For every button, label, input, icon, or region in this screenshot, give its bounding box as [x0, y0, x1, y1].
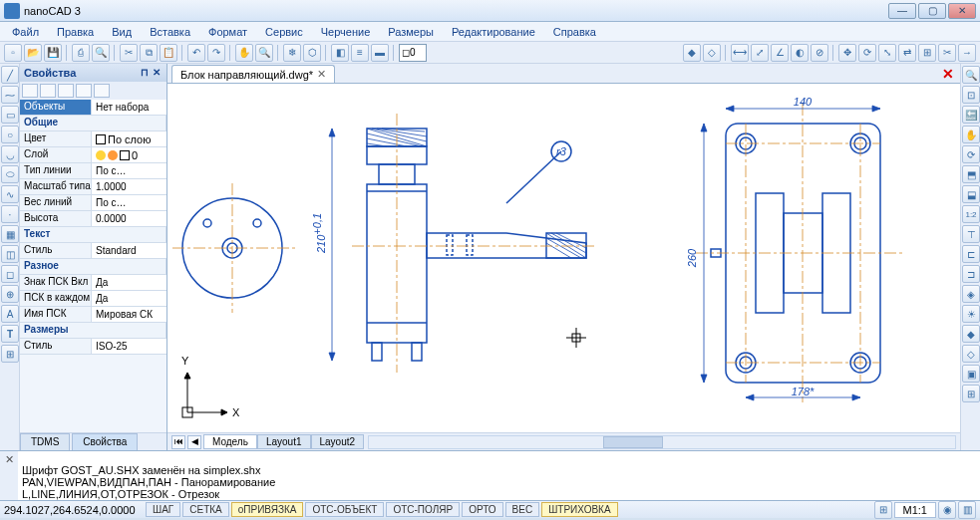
status-osnap[interactable]: оПРИВЯЗКА [231, 502, 304, 517]
print-icon[interactable]: ⎙ [72, 44, 90, 62]
prop-linetype[interactable]: Тип линииПо с… [20, 163, 166, 179]
layer-props-icon[interactable]: ❄ [283, 44, 301, 62]
prop-height[interactable]: Высота0.0000 [20, 211, 166, 227]
document-tab[interactable]: Блок направляющий.dwg* ✕ [171, 65, 335, 83]
prop-lweight[interactable]: Вес линийПо с… [20, 195, 166, 211]
menu-dims[interactable]: Размеры [382, 24, 440, 40]
move-icon[interactable]: ✥ [838, 44, 856, 62]
props-btn-4[interactable] [76, 84, 92, 98]
view-front-icon[interactable]: ⊏ [962, 245, 980, 263]
props-btn-3[interactable] [58, 84, 74, 98]
menu-insert[interactable]: Вставка [144, 24, 196, 40]
spline-icon[interactable]: ∿ [1, 185, 19, 203]
menu-modify[interactable]: Редактирование [446, 24, 541, 40]
table-icon[interactable]: ⊞ [1, 345, 19, 363]
prop-ucseach[interactable]: ПСК в каждом …Да [20, 291, 166, 307]
group-general[interactable]: Общие [20, 116, 166, 131]
trim-icon[interactable]: ✂ [938, 44, 956, 62]
dim-linear-icon[interactable]: ⟷ [731, 44, 749, 62]
pin-icon[interactable]: ⊓ [139, 67, 151, 79]
pan-icon[interactable]: ✋ [235, 44, 253, 62]
cut-icon[interactable]: ✂ [120, 44, 138, 62]
layout-tab-model[interactable]: Модель [203, 434, 257, 449]
group-dims[interactable]: Размеры [20, 323, 166, 339]
paste-icon[interactable]: 📋 [160, 44, 177, 62]
props-btn-2[interactable] [40, 84, 56, 98]
layer-state-icon[interactable]: ⬡ [303, 44, 321, 62]
prop-dimstyle[interactable]: СтильISO-25 [20, 339, 166, 355]
prop-textstyle[interactable]: СтильStandard [20, 243, 166, 259]
circle-icon[interactable]: ○ [1, 126, 19, 143]
point-icon[interactable]: · [1, 205, 19, 223]
extend-icon[interactable]: → [958, 44, 976, 62]
pan-tool-icon[interactable]: ✋ [962, 126, 980, 143]
copy-icon[interactable]: ⧉ [140, 44, 158, 62]
scroll-thumb[interactable] [603, 436, 663, 448]
right-tool-a-icon[interactable]: ◆ [962, 325, 980, 343]
dim-radius-icon[interactable]: ◐ [791, 44, 809, 62]
redo-icon[interactable]: ↷ [207, 44, 225, 62]
open-icon[interactable]: 📂 [24, 44, 42, 62]
layout-nav-first[interactable]: ⏮ [171, 435, 185, 449]
group-misc[interactable]: Разное [20, 259, 166, 275]
prop-ucsicon[interactable]: Знак ПСК ВклДа [20, 275, 166, 291]
document-close-icon[interactable]: ✕ [940, 66, 956, 82]
view-2-icon[interactable]: ⬓ [962, 185, 980, 203]
rect-icon[interactable]: ▭ [1, 106, 19, 124]
status-otrack-polar[interactable]: ОТС-ПОЛЯР [386, 502, 460, 517]
region-icon[interactable]: ◫ [1, 245, 19, 263]
right-tool-d-icon[interactable]: ⊞ [962, 385, 980, 402]
tab-close-icon[interactable]: ✕ [317, 68, 326, 81]
dim-diameter-icon[interactable]: ⊘ [811, 44, 828, 62]
props-btn-5[interactable] [94, 84, 110, 98]
block-icon[interactable]: ◻ [1, 265, 19, 283]
status-icon-1[interactable]: ⊞ [874, 501, 892, 519]
insert-icon[interactable]: ⊕ [1, 285, 19, 303]
status-otrack-obj[interactable]: ОТС-ОБЪЕКТ [305, 502, 384, 517]
view-side-icon[interactable]: ⊐ [962, 265, 980, 283]
tab-tdms[interactable]: TDMS [20, 433, 70, 450]
render-icon[interactable]: ☀ [962, 305, 980, 323]
menu-view[interactable]: Вид [106, 24, 138, 40]
status-icon-3[interactable]: ▥ [958, 501, 976, 519]
menu-service[interactable]: Сервис [259, 24, 309, 40]
status-icon-2[interactable]: ◉ [938, 501, 956, 519]
scale-12-icon[interactable]: 1:2 [962, 205, 980, 223]
hatch-icon[interactable]: ▦ [1, 225, 19, 243]
menu-draw[interactable]: Черчение [315, 24, 377, 40]
arc-icon[interactable]: ◡ [1, 145, 19, 163]
layout-nav-prev[interactable]: ◀ [187, 435, 201, 449]
ellipse-icon[interactable]: ⬭ [1, 165, 19, 183]
menu-edit[interactable]: Правка [51, 24, 100, 40]
drawing-canvas[interactable]: 210+0,1 r3 [167, 84, 960, 432]
view-top-icon[interactable]: ⊤ [962, 225, 980, 243]
color-icon[interactable]: ◧ [331, 44, 349, 62]
menu-file[interactable]: Файл [6, 24, 45, 40]
scrollbar-horizontal[interactable] [368, 435, 956, 449]
tab-properties[interactable]: Свойства [72, 433, 138, 450]
zoom-window-icon[interactable]: 🔍 [962, 66, 980, 84]
status-lweight[interactable]: ВЕС [505, 502, 540, 517]
zoom-extents-icon[interactable]: ⊡ [962, 86, 980, 104]
view-iso-icon[interactable]: ◈ [962, 285, 980, 303]
command-close-icon[interactable]: ✕ [0, 451, 18, 500]
save-icon[interactable]: 💾 [44, 44, 62, 62]
ltype-icon[interactable]: ≡ [351, 44, 369, 62]
prop-color[interactable]: ЦветПо слою [20, 131, 166, 147]
prop-ucsname[interactable]: Имя ПСКМировая СК [20, 307, 166, 323]
rotate-icon[interactable]: ⟳ [858, 44, 876, 62]
menu-help[interactable]: Справка [547, 24, 602, 40]
right-tool-b-icon[interactable]: ◇ [962, 345, 980, 363]
status-ortho[interactable]: ОРТО [462, 502, 502, 517]
close-button[interactable]: ✕ [948, 3, 976, 19]
view-1-icon[interactable]: ⬒ [962, 165, 980, 183]
regen-icon[interactable]: ⟳ [962, 145, 980, 163]
selection-row[interactable]: Объекты Нет набора [20, 100, 166, 116]
tool-a-icon[interactable]: ◆ [683, 44, 701, 62]
new-icon[interactable]: ▫ [4, 44, 22, 62]
layout-tab-1[interactable]: Layout1 [257, 434, 311, 449]
polyline-icon[interactable]: ⁓ [1, 86, 19, 104]
props-btn-1[interactable] [22, 84, 38, 98]
layer-combo[interactable]: ◻0 [399, 44, 427, 62]
minimize-button[interactable]: — [888, 3, 916, 19]
